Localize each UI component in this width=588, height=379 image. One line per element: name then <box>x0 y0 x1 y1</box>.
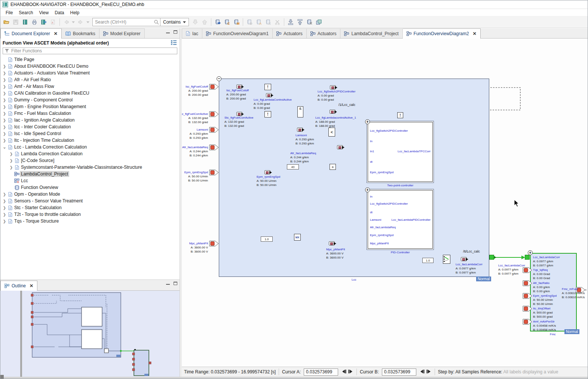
go-down-button[interactable] <box>191 18 200 27</box>
chevron-right-icon[interactable]: ❯ <box>2 213 7 217</box>
open-file-button[interactable] <box>2 18 11 27</box>
chevron-right-icon[interactable]: ❯ <box>2 132 7 136</box>
panel-maximize-icon[interactable] <box>174 30 177 34</box>
chevron-right-icon[interactable]: ❯ <box>2 91 7 95</box>
tree-item-stc-starter-calculation[interactable]: ❯Stc - Starter Calculation <box>0 204 180 211</box>
close-icon[interactable]: ✕ <box>473 31 477 36</box>
tree-item-t2t-torque-to-throttle-calculation[interactable]: ❯T2t - Torque to throttle calculation <box>0 211 180 218</box>
expand-icon[interactable]: + <box>365 119 370 124</box>
chevron-down-icon[interactable]: ⌄ <box>2 144 7 150</box>
view-menu-icon[interactable] <box>171 40 177 46</box>
chevron-right-icon[interactable]: ❯ <box>9 159 14 163</box>
fmc-input-port-tqs-tqreq[interactable] <box>523 267 532 273</box>
search-mode-dropdown[interactable]: Contains <box>160 19 189 25</box>
menu-data[interactable]: Data <box>52 9 67 16</box>
step-out-button[interactable] <box>295 18 304 27</box>
signal-probe-icon[interactable] <box>264 170 270 174</box>
chevron-right-icon[interactable]: ❯ <box>2 192 7 196</box>
signal-probe-icon[interactable] <box>266 93 272 97</box>
cursor-a-input[interactable]: 0.032573699 <box>304 369 338 376</box>
constant-1-0[interactable]: 1.0 <box>261 236 273 242</box>
fmc-input-port-lcc-faclambdacorr-selected[interactable] <box>525 255 530 260</box>
collapse-icon[interactable]: − <box>217 76 221 81</box>
tab-outline[interactable]: Outline ✕ <box>0 281 37 291</box>
tree-item-tqs-torque-structure[interactable]: ❯Tqs - Torque Structure <box>0 218 180 224</box>
tree-item-lambdacontrol-project[interactable]: LambdaControl_Project <box>0 171 180 177</box>
operator-not-block[interactable]: ! <box>264 111 271 117</box>
chevron-right-icon[interactable]: ❯ <box>2 219 7 223</box>
operator-not-block[interactable]: ! <box>264 84 271 90</box>
chevron-right-icon[interactable]: ❯ <box>2 78 7 82</box>
fmc-input-port-epm-rpmengspd[interactable] <box>523 293 532 299</box>
model-d-button[interactable]: D <box>245 18 254 27</box>
export-book-button[interactable] <box>39 18 48 27</box>
signal-probe-icon[interactable] <box>236 112 242 116</box>
operator-mx-block[interactable]: MX <box>294 234 301 241</box>
tree-item-lambda-correction-calculation[interactable]: ❯Lambda Correction Calculation <box>0 150 180 157</box>
tree-item-isc-idle-speed-control[interactable]: ❯Isc - Idle Speed Control <box>0 130 180 137</box>
chevron-right-icon[interactable]: ❯ <box>2 199 7 203</box>
tree-item-dummy-component-control[interactable]: ❯Dummy - Component Control <box>0 97 180 103</box>
doc-tab-functionoverviewdiagram2[interactable]: FunctionOverviewDiagram2✕ <box>403 28 481 39</box>
search-input[interactable]: Search (Ctrl+H) <box>93 19 153 25</box>
doc-tab-functionoverviewdiagram1[interactable]: FunctionOverviewDiagram1 <box>202 28 273 38</box>
close-icon[interactable]: ✕ <box>30 283 33 288</box>
tree-item-lcc-lambda-correction-calculation[interactable]: ⌄Lcc - Lambda Correction Calculation <box>0 144 180 150</box>
menu-search[interactable]: Search <box>16 9 36 16</box>
chevron-right-icon[interactable]: ❯ <box>2 125 7 129</box>
lcc-output-port-selected[interactable] <box>489 255 494 260</box>
tree-item-sensors-sensor-value-treatment[interactable]: ❯Sensors - Sensor Value Treatment <box>0 198 180 204</box>
operator-not-block[interactable]: ! <box>397 112 403 118</box>
model-calibration-button[interactable]: C <box>223 18 232 27</box>
model-navigate-button[interactable] <box>213 18 222 27</box>
chevron-right-icon[interactable]: ❯ <box>2 118 7 122</box>
tree-item-iac-ignition-angle-calculation[interactable]: ❯Iac - Ignition Angle Calculation <box>0 117 180 123</box>
signal-probe-icon[interactable] <box>329 241 335 245</box>
nav-back-menu-button[interactable] <box>71 18 76 27</box>
tree-item-lcc[interactable]: cLcc <box>0 177 180 184</box>
constant-40[interactable]: 40 <box>287 164 299 169</box>
go-up-button[interactable] <box>200 18 209 27</box>
input-port-lamsoni[interactable] <box>209 127 219 133</box>
operator-div-block[interactable]: ÷ <box>330 164 336 170</box>
input-port-stc-flgfuelcorractive[interactable] <box>209 111 219 117</box>
input-port-mpc-pmaniflt[interactable] <box>209 241 219 247</box>
constant-1-0[interactable]: 1.0 <box>422 258 434 263</box>
search-icon[interactable] <box>153 19 160 25</box>
panel-minimize-icon[interactable] <box>166 30 170 33</box>
tree-item-function-overview[interactable]: Function Overview <box>0 184 180 191</box>
tab-document-explorer[interactable]: Document Explorer✕ <box>0 28 62 39</box>
tree-item-fmc-fuel-mass-calculation[interactable]: ❯Fmc - Fuel Mass Calculation <box>0 110 180 117</box>
tree-item-systemconstant-parameter-variable-classinstance-structure[interactable]: ❯Systemconstant-Parameter-Variable-Class… <box>0 164 180 171</box>
fmc-input-port-afr-facratio[interactable] <box>523 280 532 286</box>
doc-tab-actuators[interactable]: Actuators <box>273 28 307 38</box>
tree-item-amf-air-mass-flow[interactable]: ❯Amf - Air Mass Flow <box>0 83 180 90</box>
signal-probe-icon[interactable] <box>337 145 343 149</box>
chevron-right-icon[interactable]: ❯ <box>9 165 14 169</box>
model-clear-button[interactable]: X <box>264 18 273 27</box>
diagram-canvas[interactable]: LccNormal−Isc_flgFuelCutoffA: 200.00 gra… <box>182 39 588 367</box>
nav-back-button[interactable] <box>62 18 71 27</box>
cursor-b-prev-button[interactable] <box>419 369 425 375</box>
cursor-a-prev-button[interactable] <box>341 369 347 375</box>
fmc-input-port-amf-mairperstr[interactable] <box>523 319 532 325</box>
filter-input[interactable]: Filter Functions <box>3 48 177 54</box>
signal-probe-icon[interactable] <box>297 128 303 132</box>
tree-item-epm-engine-position-management[interactable]: ❯Epm - Engine Position Management <box>0 103 180 110</box>
doc-tab-iac[interactable]: Iac <box>182 28 202 38</box>
model-a-button[interactable]: A <box>254 18 263 27</box>
input-port-isc-flgfuelcutoff[interactable] <box>209 84 219 90</box>
signal-probe-icon[interactable] <box>461 257 467 261</box>
chevron-right-icon[interactable]: ❯ <box>2 206 7 210</box>
chevron-right-icon[interactable]: ❯ <box>2 111 7 116</box>
save-button[interactable] <box>11 18 20 27</box>
chevron-right-icon[interactable]: ❯ <box>2 64 7 68</box>
menu-help[interactable]: Help <box>67 9 83 16</box>
close-icon[interactable]: ✕ <box>54 31 58 36</box>
detach-model-button[interactable] <box>305 18 314 27</box>
menu-view[interactable]: View <box>36 9 52 16</box>
cursor-b-input[interactable]: 0.032573699 <box>382 369 416 376</box>
fmc-input-port-itc-tiinjoffset[interactable] <box>523 306 532 312</box>
expand-icon[interactable]: + <box>365 187 370 192</box>
input-port-epm-rpmengspd[interactable] <box>209 169 219 175</box>
